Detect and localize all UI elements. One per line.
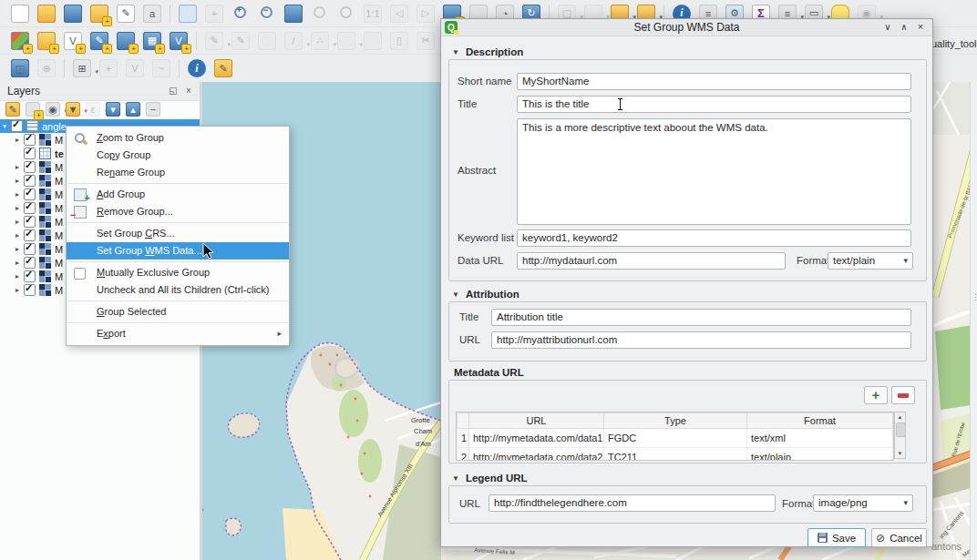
float-panel-icon[interactable]: ◱ (167, 85, 180, 97)
pan-to-selection-icon[interactable] (205, 5, 223, 23)
layer-checkbox[interactable] (24, 188, 36, 200)
zoom-full-extent-icon[interactable] (284, 5, 303, 23)
data-url-input[interactable]: http://mydataurl.com (517, 252, 786, 270)
close-icon[interactable]: × (912, 19, 929, 36)
data-source-manager-icon[interactable] (11, 32, 29, 50)
layer-checkbox[interactable] (24, 257, 36, 269)
zoom-out-icon[interactable] (258, 5, 276, 23)
layer-checkbox[interactable] (24, 229, 36, 241)
metadata-type-cell[interactable]: FGDC (604, 429, 747, 448)
short-name-input[interactable]: MyShortName (517, 73, 911, 90)
expander-icon[interactable]: ▸ (13, 136, 22, 144)
menu-item-rename-group[interactable]: Rename Group (67, 164, 289, 181)
zoom-to-selection-icon[interactable] (311, 5, 329, 23)
project-open-icon[interactable] (37, 5, 56, 23)
layer-checkbox[interactable] (24, 175, 36, 187)
collapsed-panel-strip[interactable] (970, 82, 977, 560)
cut-features-icon[interactable] (417, 32, 435, 50)
options-wrench-icon[interactable] (214, 59, 232, 77)
add-group-icon[interactable] (26, 102, 40, 117)
menu-item-mutually-exclusive-group[interactable]: Mutually Exclusive Group (67, 264, 289, 281)
scroll-thumb[interactable] (896, 423, 906, 437)
abstract-textarea[interactable]: This is a more descriptive text aboout t… (517, 118, 911, 225)
layer-checkbox[interactable] (24, 270, 36, 282)
pan-map-icon[interactable] (179, 5, 197, 23)
metadata-row[interactable]: 2 http://mymetadata.com/data2 TC211 text… (458, 448, 893, 462)
project-save-icon[interactable] (64, 5, 82, 23)
add-vector-layer-icon[interactable] (64, 32, 82, 50)
metadata-format-cell[interactable]: text/plain (747, 448, 893, 462)
expand-all-icon[interactable] (106, 102, 120, 117)
copy-move-feature-icon[interactable] (99, 59, 118, 77)
zoom-native-icon[interactable] (364, 5, 382, 23)
layer-checkbox[interactable] (11, 120, 23, 132)
expander-icon[interactable]: ▸ (13, 190, 22, 199)
menu-item-set-group-wms-data[interactable]: Set Group WMS Data... (67, 242, 289, 260)
menu-item-export[interactable]: Export (67, 325, 289, 342)
menu-item-zoom-to-group[interactable]: Zoom to Group (67, 129, 289, 147)
add-delimited-text-layer-icon[interactable] (90, 32, 108, 50)
identify-info-icon[interactable] (188, 59, 206, 77)
modify-attributes-icon[interactable] (364, 32, 382, 50)
remove-metadata-row-button[interactable] (891, 386, 915, 404)
layer-checkbox[interactable] (24, 161, 36, 173)
layer-checkbox[interactable] (24, 134, 36, 146)
expander-icon[interactable]: ▸ (13, 286, 22, 294)
menu-item-set-group-crs[interactable]: Set Group CRS... (67, 225, 289, 242)
scroll-down-icon[interactable]: ▼ (895, 449, 905, 458)
current-edits-icon[interactable] (205, 32, 223, 50)
scroll-up-icon[interactable]: ▲ (895, 412, 905, 422)
expander-icon[interactable]: ▸ (13, 259, 22, 267)
zoom-last-icon[interactable] (390, 5, 408, 23)
data-format-combo[interactable]: text/plain (828, 252, 913, 270)
zoom-next-icon[interactable] (417, 5, 435, 23)
zoom-in-icon[interactable] (231, 5, 250, 23)
legend-format-combo[interactable]: image/png (813, 494, 913, 512)
add-raster-layer-icon[interactable] (143, 32, 161, 50)
shade-down-icon[interactable]: ∨ (879, 19, 896, 36)
expander-icon[interactable]: ▸ (13, 272, 22, 280)
expander-icon[interactable]: ▸ (13, 231, 22, 239)
remove-layer-icon[interactable] (146, 102, 160, 117)
save-button[interactable]: Save (807, 528, 866, 547)
save-layer-edits-icon[interactable] (258, 32, 276, 50)
section-legend-url[interactable]: ▼Legend URL (452, 473, 528, 484)
zoom-to-layer-icon[interactable] (337, 5, 355, 23)
open-layer-styling-icon[interactable] (5, 102, 20, 117)
expander-icon[interactable]: ▸ (13, 245, 22, 253)
move-feature-icon[interactable] (11, 59, 29, 77)
filter-legend-icon[interactable] (66, 102, 80, 117)
select-by-area-icon[interactable] (73, 59, 91, 77)
project-save-as-icon[interactable] (90, 5, 108, 23)
add-ogr-layer-icon[interactable] (37, 32, 56, 50)
add-wfs-layer-icon[interactable] (170, 32, 188, 50)
vertex-tool-icon[interactable] (337, 32, 355, 50)
menu-item-group-selected[interactable]: Group Selected (67, 303, 289, 321)
metadata-table[interactable]: URL Type Format 1 http://mymetadata.com/… (456, 412, 894, 461)
layer-checkbox[interactable] (24, 216, 36, 228)
menu-item-uncheck-children[interactable]: Uncheck and All its Children (Ctrl-click… (67, 281, 289, 299)
toggle-editing-icon[interactable] (231, 32, 250, 50)
metadata-row[interactable]: 1 http://mymetadata.com/data1 FGDC text/… (458, 429, 893, 448)
offset-curve-icon[interactable] (152, 59, 170, 77)
cancel-button[interactable]: Cancel (871, 528, 927, 547)
digitize-line-icon[interactable] (284, 32, 303, 50)
metadata-table-scrollbar[interactable]: ▲ ▼ (894, 412, 906, 459)
keyword-list-input[interactable]: keyword1, keyword2 (517, 229, 911, 247)
menu-item-remove-group[interactable]: Remove Group... (67, 203, 289, 220)
expander-icon[interactable]: ▸ (13, 163, 22, 171)
layer-checkbox[interactable] (24, 243, 36, 255)
expander-icon[interactable]: ▾ (0, 122, 9, 130)
project-new-icon[interactable] (11, 5, 29, 23)
style-manager-icon[interactable] (143, 5, 161, 23)
add-point-feature-icon[interactable] (311, 32, 329, 50)
close-panel-icon[interactable]: × (182, 85, 195, 97)
expander-icon[interactable]: ▸ (13, 218, 22, 226)
menu-item-copy-group[interactable]: Copy Group (67, 147, 289, 164)
delete-selected-icon[interactable] (390, 32, 408, 50)
layer-checkbox[interactable] (24, 202, 36, 214)
metadata-url-cell[interactable]: http://mymetadata.com/data1 (469, 429, 604, 448)
manage-map-themes-icon[interactable] (46, 102, 60, 117)
layer-checkbox[interactable] (24, 148, 36, 159)
section-description[interactable]: ▼Description (452, 46, 523, 57)
